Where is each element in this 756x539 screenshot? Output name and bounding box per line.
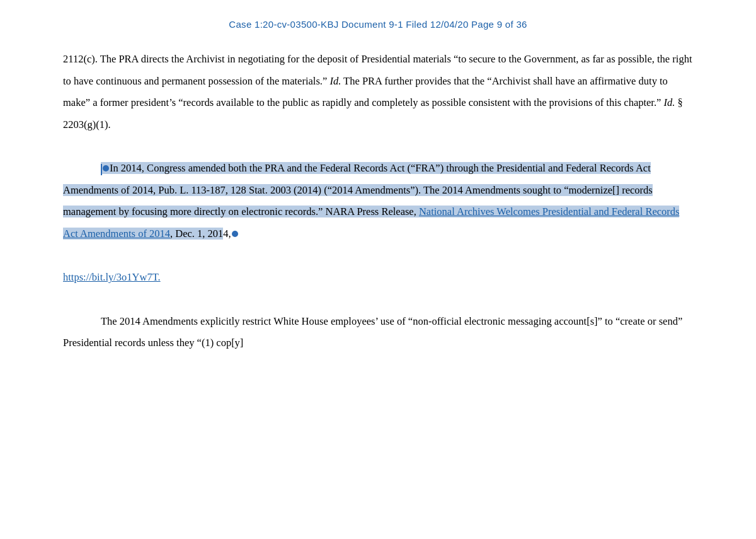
paragraph-1: 2112(c). The PRA directs the Archivist i… xyxy=(63,49,693,136)
paragraph-2-highlighted: In 2014, Congress amended both the PRA a… xyxy=(63,162,679,240)
case-header-text: Case 1:20-cv-03500-KBJ Document 9-1 File… xyxy=(229,19,527,30)
url-link[interactable]: https://bit.ly/3o1Yw7T. xyxy=(63,271,161,283)
page-container: Case 1:20-cv-03500-KBJ Document 9-1 File… xyxy=(0,0,756,539)
cursor-dot-end xyxy=(232,231,238,237)
paragraph-2: In 2014, Congress amended both the PRA a… xyxy=(63,158,693,245)
paragraph-3: The 2014 Amendments explicitly restrict … xyxy=(63,311,693,354)
body-text: 2112(c). The PRA directs the Archivist i… xyxy=(63,49,693,354)
nara-link[interactable]: National Archives Welcomes Presidential … xyxy=(63,206,679,240)
cursor-dot-start xyxy=(103,165,109,171)
paragraph-3-text: The 2014 Amendments explicitly restrict … xyxy=(63,315,682,349)
paragraph-1-text: 2112(c). The PRA directs the Archivist i… xyxy=(63,53,692,130)
url-paragraph: https://bit.ly/3o1Yw7T. xyxy=(63,267,693,289)
case-header: Case 1:20-cv-03500-KBJ Document 9-1 File… xyxy=(63,19,693,30)
cursor-start xyxy=(101,164,102,175)
